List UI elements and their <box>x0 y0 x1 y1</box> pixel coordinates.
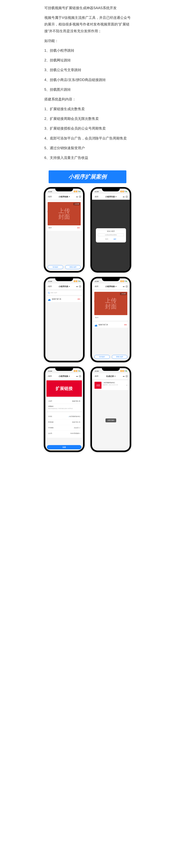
cancel-select-button[interactable]: 取消选择 <box>94 355 110 359</box>
screen-body: https://www.huzhan.com/ishop12277 上传主图 上… <box>45 200 83 271</box>
phone-screen: 11:04 📶📶52▮ ‹ 返回 生成记录 ••• 小程序的 扩展链接 <box>92 368 130 451</box>
phone-screen: 11:04 📶📶52▮ ‹ 返回 小程序列表 ••• 搜索小程序 <box>45 278 83 361</box>
back-button[interactable]: ‹ 返回 <box>47 375 52 377</box>
nav-bar: ‹ 返回 小程序转换 ••• <box>45 373 83 379</box>
close-icon[interactable] <box>126 375 128 377</box>
upload-placeholder: 封面 <box>105 304 117 310</box>
phone-mockup: 11:04 📶📶52▮ ‹ 返回 小程序列表 ••• 添加小程序 wx20bae… <box>90 187 131 273</box>
record-item[interactable]: 小程序的 扩展链接 ▯ 购买视频同款商品 创建时间：2022-12-18 11:… <box>93 380 128 390</box>
nav-actions: ••• <box>76 285 81 288</box>
path-hint[interactable]: 将路径粘贴到此处,不填写则默认跳转小程序首页 <box>48 408 80 409</box>
modal-overlay[interactable]: 添加小程序 wx20bae4002ac3840d 取消 确定 <box>92 200 130 271</box>
modal-actions: 取消 确定 <box>98 238 124 241</box>
extension-banner: 扩展链接 <box>47 380 82 397</box>
phone-screen: 11:04 📶📶52▮ ‹ 返回 小程序转换 ••• 扩展链接 小程序 <box>45 368 83 451</box>
phone-notch <box>55 277 73 281</box>
status-time: 11:04 <box>48 370 52 372</box>
modal-title: 添加小程序 <box>98 230 124 232</box>
cancel-select-button[interactable]: 取消选择 <box>48 265 63 269</box>
upload-cover-area[interactable]: 上传主图 上传 封面 <box>48 202 81 225</box>
menu-icon[interactable]: ••• <box>76 285 78 288</box>
bottom-actions: 取消选择 新增小程序 <box>45 265 83 269</box>
delete-button[interactable]: 删除 <box>124 324 127 326</box>
feature-item: 4、挂载小商店/京东/拼DD商品链接跳转 <box>44 76 131 83</box>
nav-bar: ‹ 返回 生成记录 ••• <box>92 373 130 379</box>
menu-icon[interactable]: ••• <box>76 375 78 377</box>
create-button[interactable]: 创建 <box>47 445 82 450</box>
add-miniprogram-button[interactable]: 新增小程序 <box>112 355 127 359</box>
section-banner-wrap: 小程序扩展案例 <box>0 170 175 183</box>
profit-heading: 搭建系统盈利内容： <box>44 96 131 102</box>
tool-list-item[interactable]: 链接扩展工具 删除 <box>93 322 128 328</box>
upload-main-button[interactable]: 上传主图 <box>73 203 80 205</box>
record-thumbnail: 小程序的 扩展链接 <box>94 382 101 389</box>
close-icon[interactable] <box>79 375 81 377</box>
status-time: 11:04 <box>48 191 52 192</box>
nav-bar: ‹ 返回 小程序列表 ••• <box>92 194 130 200</box>
modal-confirm-button[interactable]: 确定 <box>112 238 117 241</box>
row-value: ▯购买视频同款商品 <box>68 415 80 417</box>
phone-screen: 11:04 📶📶52▮ ‹ 返回 小程序转换 ••• https://www.h… <box>45 189 83 271</box>
back-button[interactable]: ‹ 返回 <box>47 285 52 288</box>
nav-title[interactable]: 生成记录 <box>106 375 116 378</box>
close-icon[interactable] <box>79 285 81 287</box>
status-time: 11:04 <box>95 191 98 192</box>
tool-list-item[interactable]: 链接扩展工具 删除 <box>47 296 82 302</box>
form-row-author[interactable]: 作者名称 链接扩展工具 <box>48 420 80 425</box>
form-row-button-text[interactable]: 引导按钮 点击进入 <box>48 425 80 431</box>
row-label: 引导语 <box>48 415 52 417</box>
menu-icon[interactable]: ••• <box>76 196 78 198</box>
row-value: 点击进入 <box>74 427 80 429</box>
screen-body: 添加小程序 wx20bae4002ac3840d 取消 确定 <box>92 200 130 271</box>
back-button[interactable]: ‹ 返回 <box>94 285 98 288</box>
phone-notch <box>102 187 120 191</box>
nav-title[interactable]: 小程序转换 <box>59 375 70 378</box>
form-row-miniprogram[interactable]: 小程序 链接扩展工具 <box>48 399 80 403</box>
modal-cancel-button[interactable]: 取消 <box>104 238 109 241</box>
nav-title[interactable]: 小程序列表 <box>105 195 117 198</box>
menu-icon[interactable]: ••• <box>123 285 124 288</box>
appid-input[interactable]: wx20bae4002ac3840d <box>98 234 124 236</box>
status-icons: 📶📶52▮ <box>74 281 80 282</box>
upload-cover-area[interactable]: 上传主图 上传 封面 <box>94 292 127 315</box>
delete-button[interactable]: 删除 <box>78 298 80 300</box>
back-button[interactable]: ‹ 返回 <box>47 195 52 198</box>
article-content: 可挂载视频号扩展链接生成神器SAAS系统开发 视频号属于V信视频主流推广工具，并… <box>41 0 134 169</box>
link-icon: ▯ <box>103 382 104 383</box>
screen-body: 搜索小程序 链接扩展工具 删除 <box>45 289 83 361</box>
form-section-config: 引导语 ▯购买视频同款商品 作者名称 链接扩展工具 引导按钮 点击进入 公众号 … <box>47 412 82 438</box>
tool-name: 链接扩展工具 <box>52 298 77 300</box>
upload-placeholder: 上传 <box>58 208 70 214</box>
record-title: ▯ 购买视频同款商品 <box>103 382 125 384</box>
cloud-icon <box>95 324 97 326</box>
menu-icon[interactable]: ••• <box>123 375 124 377</box>
upload-main-button[interactable]: 上传主图 <box>120 292 126 295</box>
close-icon[interactable] <box>79 196 81 198</box>
form-row-guide-text[interactable]: 引导语 ▯购买视频同款商品 <box>48 414 80 420</box>
feature-item: 2、挂载网址跳转 <box>44 57 131 64</box>
back-button[interactable]: ‹ 返回 <box>94 375 98 377</box>
close-icon[interactable] <box>126 196 128 198</box>
nav-title[interactable]: 小程序列表 <box>59 285 70 288</box>
nav-title[interactable]: 小程序转换 <box>59 195 70 198</box>
nav-actions: ••• <box>76 375 81 377</box>
form-row-official-account[interactable]: 公众号 SAAS系统服务 <box>48 431 80 436</box>
menu-icon[interactable]: ••• <box>123 196 124 198</box>
phone-notch <box>102 277 120 281</box>
status-icons: 📶📶52▮ <box>74 191 80 192</box>
add-miniprogram-button[interactable]: 新增小程序 <box>65 265 81 269</box>
profit-item: 3、扩展链接授权会员的公众号周期售卖 <box>44 125 131 132</box>
copied-toast: 内容已复制 <box>106 418 116 422</box>
nav-bar: ‹ 返回 小程序转换 ••• <box>45 194 83 200</box>
article-title: 可挂载视频号扩展链接生成神器SAAS系统开发 <box>44 5 131 11</box>
delete-action[interactable]: 删除 <box>77 227 80 229</box>
path-label: 页面路径 <box>48 405 80 408</box>
nav-title[interactable]: 小程序转换 <box>105 285 117 288</box>
nav-bar: ‹ 返回 小程序列表 ••• <box>45 284 83 289</box>
profit-item: 2、扩展链接周期会员无限次数售卖 <box>44 115 131 122</box>
close-icon[interactable] <box>126 285 128 287</box>
phone-mockup: 11:04 📶📶52▮ ‹ 返回 小程序列表 ••• 搜索小程序 <box>44 277 85 362</box>
row-label: 作者名称 <box>48 421 54 423</box>
search-bar[interactable]: 搜索小程序 <box>47 291 82 295</box>
back-button[interactable]: ‹ 返回 <box>94 195 98 198</box>
